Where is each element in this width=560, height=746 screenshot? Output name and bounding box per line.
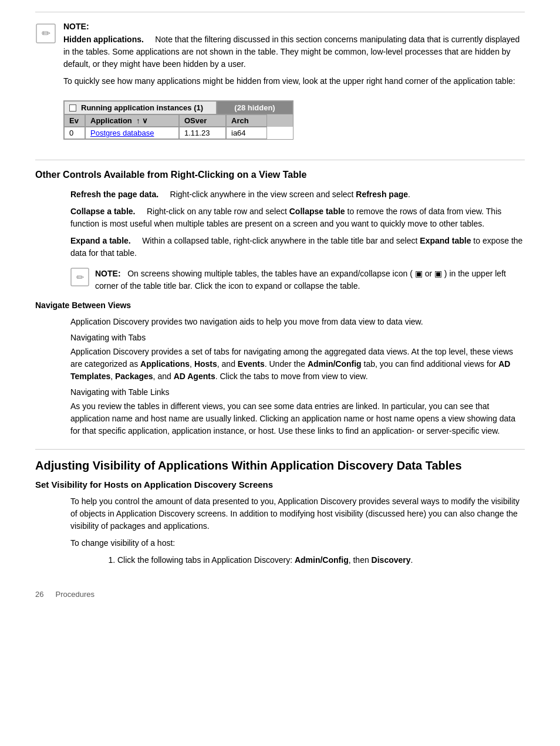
page-number: 26 bbox=[35, 590, 43, 599]
step1-adminconfig: Admin/Config bbox=[295, 555, 349, 565]
adjusting-heading: Adjusting Visibility of Applications Wit… bbox=[35, 449, 525, 472]
apps-bold: Applications bbox=[140, 359, 190, 369]
cell-ev-0: 0 bbox=[64, 127, 85, 139]
collapse-bold: Collapse table bbox=[289, 207, 345, 216]
nav-links-heading: Navigating with Table Links bbox=[70, 387, 525, 397]
table-title-cell: Running application instances (1) bbox=[64, 101, 217, 114]
hidden-apps-label: Hidden applications. bbox=[63, 35, 144, 44]
top-divider bbox=[35, 12, 525, 12]
app-instances-table: Running application instances (1) (28 hi… bbox=[63, 100, 294, 140]
navigate-heading: Navigate Between Views bbox=[35, 301, 525, 310]
col-app: Application ↑ ∨ bbox=[85, 114, 179, 127]
refresh-bold: Refresh page bbox=[356, 190, 408, 199]
steps-list: Click the following tabs in Application … bbox=[117, 554, 525, 566]
section-label: Procedures bbox=[55, 590, 94, 599]
table-header-row: Running application instances (1) (28 hi… bbox=[64, 101, 293, 114]
controls-heading: Other Controls Available from Right-Clic… bbox=[35, 170, 525, 180]
cell-arch-0: ia64 bbox=[226, 127, 267, 139]
step1-discovery: Discovery bbox=[372, 555, 411, 565]
collapse-para: Collapse a table. Right-click on any tab… bbox=[70, 205, 525, 230]
nav-tabs-heading: Navigating with Tabs bbox=[70, 333, 525, 342]
events-bold: Events bbox=[238, 359, 265, 369]
note2-title: NOTE: bbox=[95, 269, 121, 278]
col-arch: Arch bbox=[226, 114, 267, 127]
app-link-0[interactable]: Postgres database bbox=[90, 129, 154, 137]
collapse-label: Collapse a table. bbox=[70, 207, 135, 216]
collapse-icon bbox=[69, 104, 76, 112]
change-visibility-label: To change visibility of a host: bbox=[70, 537, 525, 549]
packages-bold: Packages bbox=[115, 372, 153, 381]
expand-para: Expand a table. Within a collapsed table… bbox=[70, 235, 525, 259]
navigate-intro: Application Discovery provides two navig… bbox=[70, 316, 525, 328]
svg-text:✏: ✏ bbox=[42, 28, 50, 39]
set-visibility-intro: To help you control the amount of data p… bbox=[70, 495, 525, 532]
table-data-row-0: 0 Postgres database 1.11.23 ia64 bbox=[64, 127, 293, 139]
page-footer: 26 Procedures bbox=[35, 590, 525, 599]
adminconfig-bold: Admin/Config bbox=[308, 359, 362, 369]
controls-paras: Refresh the page data. Right-click anywh… bbox=[70, 188, 525, 259]
note-box-2: ✏ NOTE: On screens showing multiple tabl… bbox=[70, 268, 525, 292]
navigate-section: Navigate Between Views Application Disco… bbox=[35, 301, 525, 437]
step-1: Click the following tabs in Application … bbox=[117, 554, 525, 566]
refresh-label: Refresh the page data. bbox=[70, 190, 158, 199]
expand-label: Expand a table. bbox=[70, 236, 131, 245]
note-content-1: NOTE: Hidden applications. Note that the… bbox=[63, 22, 525, 148]
table-col-row: Ev Application ↑ ∨ OSver Arch bbox=[64, 114, 293, 127]
note-title-1: NOTE: bbox=[63, 22, 525, 31]
refresh-para: Refresh the page data. Right-click anywh… bbox=[70, 188, 525, 201]
note-para-2: To quickly see how many applications mig… bbox=[63, 75, 525, 87]
adagents-bold: AD Agents bbox=[174, 372, 215, 381]
nav-tabs-subsection: Navigating with Tabs Application Discove… bbox=[70, 333, 525, 383]
cell-osver-0: 1.11.23 bbox=[179, 127, 226, 139]
cell-app-0[interactable]: Postgres database bbox=[85, 127, 179, 139]
hosts-bold: Hosts bbox=[194, 359, 217, 369]
controls-section: Other Controls Available from Right-Clic… bbox=[35, 170, 525, 292]
navigate-intro-block: Application Discovery provides two navig… bbox=[70, 316, 525, 437]
svg-text:✏: ✏ bbox=[76, 272, 85, 282]
table-title-text: Running application instances (1) bbox=[81, 103, 203, 112]
col-osver: OSver bbox=[179, 114, 226, 127]
set-visibility-block: To help you control the amount of data p… bbox=[70, 495, 525, 566]
nav-links-subsection: Navigating with Table Links As you revie… bbox=[70, 387, 525, 437]
expand-bold: Expand table bbox=[420, 236, 471, 245]
note-icon-1: ✏ bbox=[35, 23, 56, 44]
table-hidden-cell: (28 hidden) bbox=[217, 101, 293, 114]
note-inline-content-2: NOTE: On screens showing multiple tables… bbox=[95, 268, 525, 292]
adjusting-section: Set Visibility for Hosts on Application … bbox=[35, 480, 525, 566]
note-icon-2: ✏ bbox=[70, 268, 89, 286]
nav-links-text: As you review the tables in different vi… bbox=[70, 400, 525, 437]
set-visibility-heading: Set Visibility for Hosts on Application … bbox=[35, 480, 525, 490]
col-ev: Ev bbox=[64, 114, 85, 127]
note-box-1: ✏ NOTE: Hidden applications. Note that t… bbox=[35, 22, 525, 148]
nav-tabs-text: Application Discovery provides a set of … bbox=[70, 346, 525, 383]
note-para-1: Hidden applications. Note that the filte… bbox=[63, 33, 525, 70]
section-divider-1 bbox=[35, 160, 525, 160]
